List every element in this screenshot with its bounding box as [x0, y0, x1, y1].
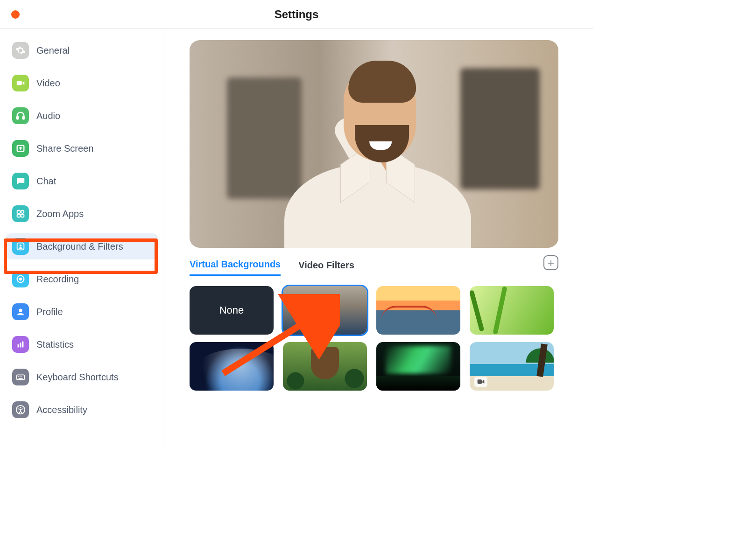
svg-point-12: [19, 309, 22, 312]
tabs: Virtual Backgrounds Video Filters ＋: [190, 256, 558, 276]
svg-rect-4: [17, 210, 20, 213]
sidebar-item-keyboard-shortcuts[interactable]: Keyboard Shortcuts: [6, 364, 158, 390]
sidebar-item-label: General: [36, 45, 70, 56]
profile-icon: [12, 303, 29, 320]
sidebar-item-recording[interactable]: Recording: [6, 266, 158, 292]
tab-video-filters[interactable]: Video Filters: [298, 257, 354, 275]
layout: General Video Audio Share Screen Chat: [0, 29, 593, 444]
tab-virtual-backgrounds[interactable]: Virtual Backgrounds: [190, 256, 281, 276]
chat-icon: [12, 173, 29, 189]
svg-point-17: [18, 376, 19, 377]
sidebar-item-general[interactable]: General: [6, 37, 158, 63]
svg-rect-24: [478, 379, 482, 384]
svg-point-11: [19, 278, 22, 280]
accessibility-icon: [12, 401, 29, 418]
video-icon: [12, 75, 29, 91]
sidebar-item-label: Video: [36, 78, 60, 89]
background-grid: None Blur: [190, 286, 558, 391]
svg-rect-0: [17, 81, 22, 85]
sidebar: General Video Audio Share Screen Chat: [0, 29, 164, 444]
sidebar-item-label: Keyboard Shortcuts: [36, 372, 119, 383]
sidebar-item-background-filters[interactable]: Background & Filters: [6, 233, 158, 259]
sidebar-item-label: Audio: [36, 111, 60, 121]
svg-rect-14: [20, 343, 21, 347]
sidebar-item-video[interactable]: Video: [6, 70, 158, 96]
sidebar-item-label: Zoom Apps: [36, 209, 84, 219]
tile-label: None: [219, 304, 244, 316]
tile-label: Blur: [316, 304, 334, 316]
add-background-button[interactable]: ＋: [543, 255, 558, 270]
svg-point-19: [21, 376, 22, 377]
sidebar-item-statistics[interactable]: Statistics: [6, 331, 158, 357]
sidebar-item-zoom-apps[interactable]: Zoom Apps: [6, 201, 158, 227]
stats-icon: [12, 336, 29, 353]
window-title: Settings: [275, 8, 319, 21]
sidebar-item-label: Recording: [36, 274, 79, 285]
svg-rect-15: [22, 342, 23, 348]
svg-rect-6: [17, 214, 20, 217]
sidebar-item-label: Accessibility: [36, 405, 87, 415]
person-box-icon: [12, 238, 29, 255]
background-tile-blur[interactable]: Blur: [283, 286, 367, 335]
svg-rect-13: [18, 344, 19, 347]
gear-icon: [12, 42, 29, 59]
sidebar-item-label: Background & Filters: [36, 241, 123, 252]
sidebar-item-chat[interactable]: Chat: [6, 168, 158, 194]
svg-point-18: [20, 376, 21, 377]
background-tile-video[interactable]: [376, 342, 460, 391]
headphones-icon: [12, 107, 29, 124]
sidebar-item-label: Share Screen: [36, 143, 93, 154]
upload-icon: [12, 140, 29, 157]
sidebar-item-accessibility[interactable]: Accessibility: [6, 397, 158, 423]
svg-rect-7: [21, 214, 24, 217]
keyboard-icon: [12, 369, 29, 385]
video-badge-icon: [381, 377, 394, 387]
background-tile-image[interactable]: [376, 286, 460, 335]
record-icon: [12, 271, 29, 287]
plus-icon: ＋: [545, 255, 557, 270]
sidebar-item-audio[interactable]: Audio: [6, 103, 158, 129]
background-tile-none[interactable]: None: [190, 286, 274, 335]
sidebar-item-profile[interactable]: Profile: [6, 299, 158, 325]
titlebar: Settings: [0, 0, 593, 29]
svg-rect-1: [17, 117, 19, 119]
main-panel: Virtual Backgrounds Video Filters ＋ None…: [164, 29, 593, 444]
sidebar-item-label: Profile: [36, 307, 63, 317]
close-window-icon[interactable]: [11, 10, 20, 19]
sidebar-item-label: Chat: [36, 176, 56, 187]
svg-rect-5: [21, 210, 24, 213]
sidebar-item-share-screen[interactable]: Share Screen: [6, 135, 158, 161]
apps-icon: [12, 205, 29, 222]
background-tile-image[interactable]: [190, 342, 274, 391]
svg-rect-23: [384, 379, 388, 384]
background-tile-image[interactable]: [283, 342, 367, 391]
video-preview: [190, 40, 558, 248]
svg-rect-20: [18, 378, 22, 379]
svg-point-22: [20, 407, 21, 408]
background-tile-video[interactable]: [470, 342, 554, 391]
svg-rect-2: [23, 117, 25, 119]
sidebar-item-label: Statistics: [36, 339, 74, 350]
video-badge-icon: [474, 377, 487, 387]
svg-point-9: [20, 245, 22, 247]
svg-rect-16: [17, 375, 25, 379]
background-tile-image[interactable]: [470, 286, 554, 335]
